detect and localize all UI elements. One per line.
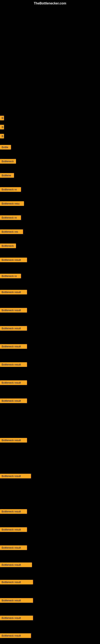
bottleneck-result-item[interactable]: Bottleneck result [0, 633, 31, 638]
bottleneck-result-item[interactable]: Bottleneck result [0, 362, 27, 367]
bottleneck-result-item[interactable]: Bottleneck result [0, 344, 27, 349]
bottleneck-result-item[interactable]: Bottleneck result [0, 398, 27, 403]
bottleneck-result-item[interactable]: Bottleneck result [0, 474, 31, 478]
bottleneck-result-item[interactable]: Bottleneck result [0, 546, 27, 550]
bottleneck-result-item[interactable]: Bottleneck result [0, 290, 27, 294]
bottleneck-result-item[interactable]: B [0, 116, 4, 120]
bottleneck-result-item[interactable]: Bottleneck result [0, 562, 32, 567]
bottleneck-result-item[interactable]: Bottleneck result [0, 258, 27, 262]
bottleneck-result-item[interactable]: Bottleneck result [0, 580, 33, 584]
bottleneck-result-item[interactable]: Bottleneck res [0, 230, 23, 234]
bottleneck-result-item[interactable]: Bottle [0, 145, 11, 150]
bottleneck-result-item[interactable]: Bottleneck re [0, 187, 21, 192]
bottleneck-result-item[interactable]: B [0, 125, 4, 130]
bottleneck-result-item[interactable]: Bottleneck result [0, 616, 33, 620]
bottleneck-result-item[interactable]: Bottleneck re [0, 274, 21, 278]
bottleneck-result-item[interactable]: Bottleneck re [0, 215, 21, 220]
bottleneck-result-item[interactable]: Bottlene [0, 173, 14, 178]
bottleneck-result-item[interactable]: Bottleneck resu [0, 201, 24, 206]
bottleneck-result-item[interactable]: Bottleneck result [0, 509, 27, 514]
bottleneck-result-item[interactable]: Bottleneck result [0, 438, 27, 442]
bottleneck-result-item[interactable]: Bottleneck result [0, 326, 27, 331]
bottleneck-result-item[interactable]: Bottleneck result [0, 527, 27, 532]
bottleneck-result-item[interactable]: Bottleneck result [0, 308, 27, 312]
bottleneck-result-item[interactable]: Bottleneck [0, 159, 16, 164]
bottleneck-result-item[interactable]: Bottleneck result [0, 380, 27, 385]
bottleneck-result-item[interactable]: Bottleneck result [0, 598, 33, 603]
site-title: TheBottlenecker.com [34, 2, 66, 5]
bottleneck-result-item[interactable]: Bottleneck [0, 244, 16, 248]
bottleneck-result-item[interactable]: B [0, 134, 4, 138]
